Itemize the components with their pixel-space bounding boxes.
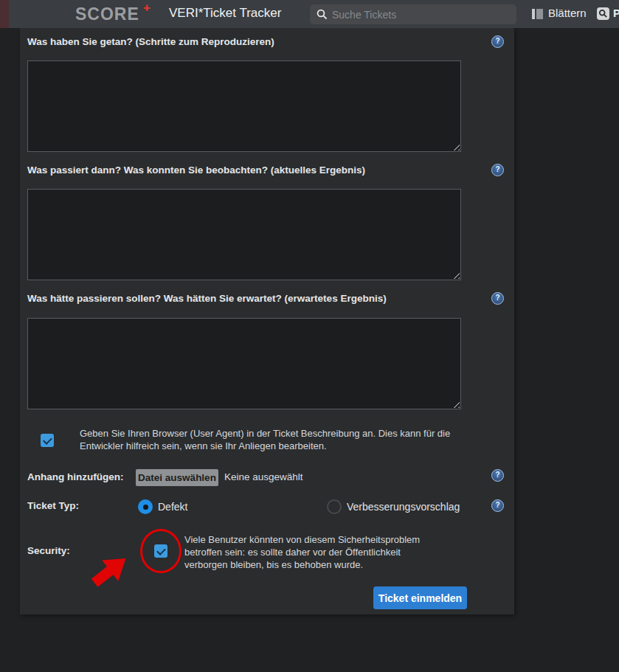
- score-logo: SCORE: [75, 4, 139, 24]
- file-status-text: Keine ausgewählt: [224, 471, 303, 482]
- page: SCORE + VERI*Ticket Tracker Blättern P W…: [0, 0, 619, 672]
- radio-defekt[interactable]: [138, 499, 153, 514]
- help-icon[interactable]: ?: [491, 35, 504, 48]
- app-title: VERI*Ticket Tracker: [169, 6, 281, 21]
- label-security: Security:: [27, 545, 70, 556]
- search-input[interactable]: [332, 4, 513, 24]
- help-icon[interactable]: ?: [491, 292, 504, 305]
- useragent-checkbox[interactable]: [41, 434, 54, 447]
- choose-file-button[interactable]: Datei auswählen: [136, 469, 218, 486]
- steps-to-reproduce-textarea[interactable]: [27, 60, 461, 152]
- browse-columns-icon: [531, 8, 544, 20]
- header-bar: SCORE + VERI*Ticket Tracker Blättern P: [0, 0, 619, 28]
- label-actual-result: Was passiert dann? Was konnten Sie beoba…: [27, 164, 365, 176]
- textarea-steps-wrapper: [27, 60, 461, 152]
- textarea-actual-wrapper: [27, 189, 461, 280]
- submit-ticket-button[interactable]: Ticket einmelden: [373, 586, 467, 609]
- radio-defekt-label[interactable]: Defekt: [158, 501, 187, 513]
- nav-blaettern[interactable]: Blättern: [548, 7, 587, 19]
- radio-verbesserungsvorschlag-label[interactable]: Verbesserungsvorschlag: [347, 501, 460, 513]
- search-icon: [317, 9, 328, 20]
- label-ticket-type: Ticket Typ:: [27, 500, 79, 511]
- security-checkbox-text: Viele Benutzer könnten von diesem Sicher…: [184, 533, 440, 571]
- actual-result-textarea[interactable]: [27, 189, 461, 280]
- search-glyph-icon: [598, 9, 608, 18]
- label-attachment: Anhang hinzufügen:: [27, 471, 123, 482]
- radio-verbesserungsvorschlag[interactable]: [327, 499, 342, 514]
- help-icon[interactable]: ?: [491, 469, 504, 482]
- expected-result-textarea[interactable]: [27, 318, 461, 409]
- annotation-arrow-icon: [86, 547, 136, 594]
- header-left-accent: [0, 0, 9, 28]
- label-expected-result: Was hätte passieren sollen? Was hätten S…: [27, 293, 387, 304]
- help-icon[interactable]: ?: [491, 499, 504, 512]
- useragent-checkbox-text: Geben Sie Ihren Browser (User Agent) in …: [80, 427, 460, 452]
- textarea-expected-wrapper: [27, 318, 461, 409]
- security-checkbox[interactable]: [154, 544, 167, 558]
- score-logo-plus-icon: +: [143, 1, 151, 15]
- ticket-form: Was haben Sie getan? (Schritte zum Repro…: [20, 28, 514, 614]
- help-icon[interactable]: ?: [491, 164, 504, 176]
- search-badge-icon[interactable]: [597, 7, 609, 20]
- nav-partial-item[interactable]: P: [613, 7, 619, 19]
- ticket-search-box[interactable]: [310, 4, 516, 24]
- label-steps-to-reproduce: Was haben Sie getan? (Schritte zum Repro…: [27, 36, 274, 47]
